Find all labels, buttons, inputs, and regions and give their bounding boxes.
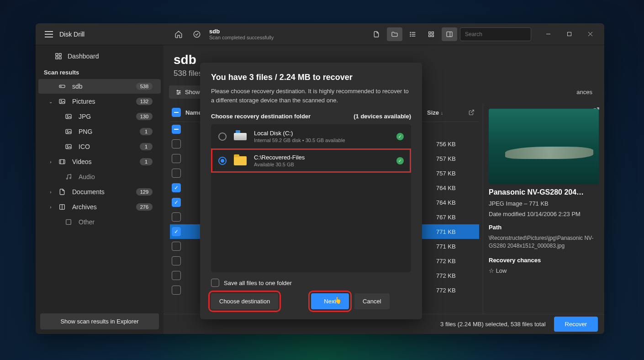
- folder-icon: [234, 156, 247, 165]
- save-all-checkbox[interactable]: [211, 279, 219, 287]
- folder-view-button[interactable]: [387, 27, 402, 41]
- check-button[interactable]: [190, 27, 204, 41]
- drive-icon: [234, 133, 247, 140]
- app-window: Disk Drill sdb Scan completed successful…: [36, 23, 604, 334]
- svg-rect-33: [59, 159, 65, 164]
- doc-icon: [58, 188, 68, 196]
- audio-icon: [65, 173, 74, 180]
- modal-text: Please choose recovery destination. It i…: [211, 87, 411, 105]
- svg-point-32: [67, 146, 68, 147]
- status-ok-icon: ✓: [396, 133, 404, 140]
- sidebar-item-png[interactable]: PNG1: [38, 124, 161, 139]
- app-title: Disk Drill: [59, 31, 84, 38]
- choose-destination-button[interactable]: Choose destination: [211, 293, 278, 309]
- panel-view-button[interactable]: [442, 27, 457, 41]
- archive-icon: [58, 203, 68, 211]
- status-ok-icon: ✓: [396, 157, 404, 164]
- dashboard-label: Dashboard: [68, 53, 99, 60]
- breadcrumb: sdb Scan completed successfully: [209, 28, 274, 40]
- svg-rect-40: [66, 220, 71, 225]
- image-icon: [65, 143, 74, 150]
- sidebar-item-other[interactable]: Other: [38, 215, 161, 229]
- close-button[interactable]: [580, 27, 601, 41]
- modal-title: You have 3 files / 2.24 MB to recover: [211, 73, 411, 82]
- list-view-button[interactable]: [405, 27, 421, 41]
- svg-rect-19: [56, 53, 58, 56]
- crumb-subtitle: Scan completed successfully: [209, 35, 274, 40]
- destination-radio[interactable]: [218, 132, 227, 141]
- show-in-explorer-button[interactable]: Show scan results in Explorer: [40, 313, 159, 329]
- sidebar-dashboard[interactable]: Dashboard: [36, 48, 164, 64]
- sidebar-section-label: Scan results: [36, 64, 164, 79]
- svg-rect-9: [429, 35, 431, 37]
- svg-point-36: [66, 178, 68, 180]
- titlebar: Disk Drill sdb Scan completed successful…: [36, 23, 604, 45]
- svg-point-30: [67, 131, 68, 132]
- sidebar-item-videos[interactable]: ›Videos1: [38, 154, 161, 169]
- next-button[interactable]: Next 👆: [311, 293, 349, 309]
- crumb-title: sdb: [209, 28, 274, 35]
- sidebar-item-sdb[interactable]: sdb538: [38, 79, 161, 94]
- maximize-button[interactable]: [559, 27, 580, 41]
- search-box[interactable]: [460, 27, 531, 41]
- video-icon: [58, 158, 68, 165]
- devices-label: (1 devices available): [354, 113, 411, 120]
- sidebar: Dashboard Scan results sdb538⌄Pictures13…: [36, 45, 164, 334]
- choose-folder-label: Choose recovery destination folder: [211, 113, 311, 120]
- svg-point-24: [61, 86, 61, 86]
- svg-point-26: [61, 101, 62, 101]
- other-icon: [65, 218, 74, 226]
- svg-rect-21: [56, 57, 58, 59]
- svg-point-37: [70, 177, 71, 179]
- save-all-option[interactable]: Save all files to one folder: [211, 279, 411, 287]
- svg-rect-22: [59, 57, 61, 59]
- svg-point-5: [410, 34, 411, 34]
- sidebar-item-documents[interactable]: ›Documents129: [38, 185, 161, 199]
- dashboard-icon: [55, 53, 62, 60]
- sidebar-item-pictures[interactable]: ⌄Pictures132: [38, 94, 161, 109]
- recovery-destination-modal: You have 3 files / 2.24 MB to recover Pl…: [200, 63, 422, 319]
- menu-button[interactable]: [45, 31, 53, 37]
- svg-rect-10: [432, 35, 433, 37]
- minimize-button[interactable]: [538, 27, 559, 41]
- svg-rect-7: [429, 32, 431, 33]
- image-icon: [58, 98, 68, 105]
- doc-view-button[interactable]: [369, 27, 384, 41]
- sidebar-item-ico[interactable]: ICO1: [38, 139, 161, 154]
- sidebar-item-audio[interactable]: Audio: [38, 169, 161, 184]
- svg-rect-8: [432, 32, 433, 33]
- sidebar-item-jpg[interactable]: JPG130: [38, 109, 161, 124]
- destination-radio[interactable]: [218, 157, 227, 165]
- svg-point-6: [410, 36, 411, 36]
- svg-rect-16: [567, 32, 571, 36]
- modal-backdrop: You have 3 files / 2.24 MB to recover Pl…: [164, 45, 604, 334]
- destination-folder[interactable]: C:\Recovered-FilesAvailable 30.5 GB✓: [211, 148, 411, 173]
- search-input[interactable]: [465, 31, 533, 37]
- image-icon: [65, 113, 74, 120]
- svg-rect-11: [447, 32, 452, 37]
- svg-rect-20: [59, 53, 61, 56]
- home-button[interactable]: [172, 27, 185, 41]
- cancel-button[interactable]: Cancel: [354, 293, 389, 309]
- destination-drive[interactable]: Local Disk (C:)Internal 59.2 GB disk • 3…: [211, 124, 411, 148]
- svg-point-0: [194, 31, 200, 37]
- image-icon: [65, 128, 74, 135]
- sidebar-item-archives[interactable]: ›Archives276: [38, 200, 161, 214]
- destination-list: Local Disk (C:)Internal 59.2 GB disk • 3…: [211, 124, 411, 272]
- svg-point-4: [410, 32, 411, 32]
- svg-rect-23: [59, 85, 65, 87]
- save-all-label: Save all files to one folder: [224, 280, 292, 286]
- svg-point-28: [67, 116, 68, 116]
- grid-view-button[interactable]: [423, 27, 439, 41]
- drive-icon: [58, 83, 68, 90]
